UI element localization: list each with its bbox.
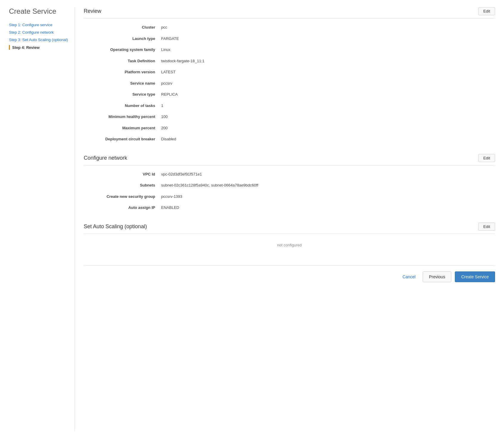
- field-value-auto-assign-ip: ENABLED: [161, 205, 179, 211]
- field-os-family: Operating system family Linux: [84, 47, 495, 53]
- network-title: Configure network: [84, 155, 127, 161]
- field-label-max-percent: Maximum percent: [84, 125, 161, 131]
- not-configured-text: not configured: [84, 240, 495, 253]
- review-title: Review: [84, 8, 101, 14]
- field-label-min-healthy: Minimum healthy percent: [84, 114, 161, 120]
- nav-list: Step 1: Configure service Step 2: Config…: [9, 23, 69, 50]
- field-security-group: Create new security group pccsrv-1393: [84, 194, 495, 200]
- field-label-os-family: Operating system family: [84, 47, 161, 53]
- review-header: Review Edit: [84, 7, 495, 18]
- field-value-cluster: pcc: [161, 24, 167, 30]
- review-edit-button[interactable]: Edit: [478, 7, 495, 15]
- field-service-name: Service name pccsrv: [84, 80, 495, 86]
- field-label-cluster: Cluster: [84, 24, 161, 30]
- field-value-vpc-id: vpc-02d3df3ef91f571e1: [161, 171, 202, 177]
- network-header: Configure network Edit: [84, 154, 495, 165]
- field-label-vpc-id: VPC Id: [84, 171, 161, 177]
- field-label-task-definition: Task Definition: [84, 58, 161, 64]
- field-label-platform-version: Platform version: [84, 69, 161, 75]
- sidebar-item-step2[interactable]: Step 2: Configure network: [9, 30, 69, 35]
- footer-divider: [84, 265, 495, 265]
- sidebar: Create Service Step 1: Configure service…: [9, 7, 74, 431]
- autoscaling-title: Set Auto Scaling (optional): [84, 223, 147, 230]
- field-subnets: Subnets subnet-02c361c128f5a940c, subnet…: [84, 182, 495, 188]
- cancel-button[interactable]: Cancel: [399, 272, 419, 282]
- step1-link[interactable]: Step 1: Configure service: [9, 23, 52, 27]
- previous-button[interactable]: Previous: [423, 271, 451, 282]
- field-value-circuit-breaker: Disabled: [161, 136, 176, 142]
- field-vpc-id: VPC Id vpc-02d3df3ef91f571e1: [84, 171, 495, 177]
- field-label-service-type: Service type: [84, 91, 161, 97]
- field-value-os-family: Linux: [161, 47, 170, 53]
- field-label-service-name: Service name: [84, 80, 161, 86]
- field-max-percent: Maximum percent 200: [84, 125, 495, 131]
- create-service-button[interactable]: Create Service: [455, 271, 495, 282]
- field-service-type: Service type REPLICA: [84, 91, 495, 97]
- field-launch-type: Launch type FARGATE: [84, 36, 495, 42]
- field-num-tasks: Number of tasks 1: [84, 103, 495, 109]
- field-value-task-definition: twistlock-fargate-18_11:1: [161, 58, 204, 64]
- field-platform-version: Platform version LATEST: [84, 69, 495, 75]
- field-label-circuit-breaker: Deployment circuit breaker: [84, 136, 161, 142]
- field-label-num-tasks: Number of tasks: [84, 103, 161, 109]
- field-value-min-healthy: 100: [161, 114, 168, 120]
- sidebar-item-step3[interactable]: Step 3: Set Auto Scaling (optional): [9, 38, 69, 42]
- autoscaling-header: Set Auto Scaling (optional) Edit: [84, 223, 495, 234]
- step2-link[interactable]: Step 2: Configure network: [9, 30, 54, 35]
- sidebar-item-step1[interactable]: Step 1: Configure service: [9, 23, 69, 27]
- field-auto-assign-ip: Auto assign IP ENABLED: [84, 205, 495, 211]
- field-cluster: Cluster pcc: [84, 24, 495, 30]
- field-label-security-group: Create new security group: [84, 194, 161, 200]
- field-value-security-group: pccsrv-1393: [161, 194, 182, 200]
- autoscaling-edit-button[interactable]: Edit: [478, 223, 495, 231]
- field-task-definition: Task Definition twistlock-fargate-18_11:…: [84, 58, 495, 64]
- field-value-max-percent: 200: [161, 125, 168, 131]
- network-section: Configure network Edit VPC Id vpc-02d3df…: [84, 154, 495, 211]
- field-value-num-tasks: 1: [161, 103, 163, 109]
- network-edit-button[interactable]: Edit: [478, 154, 495, 162]
- field-value-service-name: pccsrv: [161, 80, 172, 86]
- sidebar-item-step4: Step 4: Review: [9, 45, 69, 50]
- field-value-service-type: REPLICA: [161, 91, 178, 97]
- field-label-subnets: Subnets: [84, 182, 161, 188]
- page-title: Create Service: [9, 7, 69, 15]
- field-value-launch-type: FARGATE: [161, 36, 179, 42]
- review-section: Review Edit Cluster pcc Launch type FARG…: [84, 7, 495, 142]
- step3-link[interactable]: Step 3: Set Auto Scaling (optional): [9, 38, 68, 42]
- field-min-healthy: Minimum healthy percent 100: [84, 114, 495, 120]
- field-value-subnets: subnet-02c361c128f5a940c, subnet-0664a78…: [161, 182, 258, 188]
- step4-label: Step 4: Review: [12, 45, 40, 50]
- field-circuit-breaker: Deployment circuit breaker Disabled: [84, 136, 495, 142]
- main-content: Review Edit Cluster pcc Launch type FARG…: [74, 7, 495, 431]
- field-value-platform-version: LATEST: [161, 69, 175, 75]
- autoscaling-section: Set Auto Scaling (optional) Edit not con…: [84, 223, 495, 253]
- field-label-auto-assign-ip: Auto assign IP: [84, 205, 161, 211]
- field-label-launch-type: Launch type: [84, 36, 161, 42]
- footer-actions: Cancel Previous Create Service: [84, 271, 495, 288]
